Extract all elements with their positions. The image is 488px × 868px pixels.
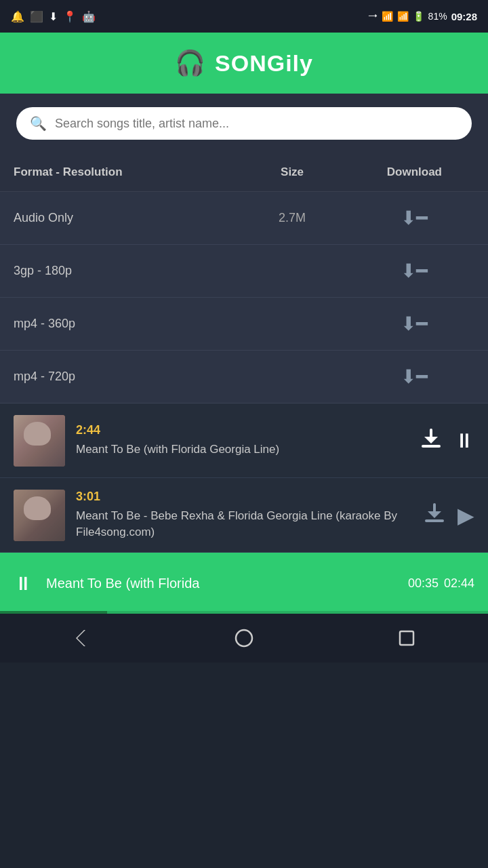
song-title-2: Meant To Be - Bebe Rexha & Florida Georg… xyxy=(76,508,411,540)
android-icon: 🤖 xyxy=(82,10,96,23)
song-duration-2: 3:01 xyxy=(76,490,411,504)
song-thumbnail-2 xyxy=(14,490,65,541)
svg-marker-6 xyxy=(76,630,85,646)
search-container: 🔍 xyxy=(0,94,488,153)
size-mp4-360p xyxy=(243,298,340,351)
svg-point-7 xyxy=(236,630,252,646)
navigation-bar xyxy=(0,614,488,663)
location-icon: 📍 xyxy=(63,10,77,23)
size-mp4-720p xyxy=(243,351,340,403)
song-thumbnail-1 xyxy=(14,415,65,467)
play-button-2[interactable]: ▶ xyxy=(458,502,474,528)
song-item-2: 3:01 Meant To Be - Bebe Rexha & Florida … xyxy=(0,478,488,553)
home-button[interactable] xyxy=(224,618,264,658)
svg-marker-2 xyxy=(424,437,438,443)
song-actions-1: ⏸ xyxy=(419,426,474,456)
song-item-1: 2:44 Meant To Be (with Florida Georgia L… xyxy=(0,403,488,478)
col-header-download: Download xyxy=(341,153,488,192)
signal-icon: 📶 xyxy=(382,11,393,22)
download-mp4-360p[interactable]: ⬇━ xyxy=(341,298,488,351)
progress-bar xyxy=(0,611,488,614)
search-icon: 🔍 xyxy=(30,115,47,132)
headphones-icon: 🎧 xyxy=(175,49,205,77)
download-audio-only[interactable]: ⬇━ xyxy=(341,192,488,245)
table-row: mp4 - 720p ⬇━ xyxy=(0,351,488,403)
battery-icon: 🔋 xyxy=(413,11,424,22)
battery-percent: 81% xyxy=(428,11,447,22)
svg-rect-3 xyxy=(425,519,444,522)
now-playing-time: 00:35 02:44 xyxy=(408,576,474,591)
table-row: 3gp - 180p ⬇━ xyxy=(0,245,488,298)
format-3gp-180p: 3gp - 180p xyxy=(0,245,243,298)
total-time: 02:44 xyxy=(444,576,474,591)
svg-rect-0 xyxy=(422,445,441,448)
download-icon[interactable]: ⬇━ xyxy=(401,260,428,282)
now-playing-pause-button[interactable]: ⏸ xyxy=(14,572,33,595)
search-input[interactable] xyxy=(55,117,458,131)
size-3gp-180p xyxy=(243,245,340,298)
download-3gp-180p[interactable]: ⬇━ xyxy=(341,245,488,298)
size-audio-only: 2.7M xyxy=(243,192,340,245)
song-info-1: 2:44 Meant To Be (with Florida Georgia L… xyxy=(76,423,408,458)
song-actions-2: ▶ xyxy=(422,500,474,530)
song-title-1: Meant To Be (with Florida Georgia Line) xyxy=(76,441,408,458)
svg-rect-8 xyxy=(400,631,413,645)
format-mp4-360p: mp4 - 360p xyxy=(0,298,243,351)
wifi-icon: 📶 xyxy=(397,11,409,22)
pause-button-1[interactable]: ⏸ xyxy=(454,429,474,452)
download-status-icon: ⬇ xyxy=(49,10,58,23)
download-icon[interactable]: ⬇━ xyxy=(401,366,428,388)
gallery-icon: ⬛ xyxy=(30,10,43,23)
current-time: 00:35 xyxy=(408,576,439,591)
now-playing-bar: ⏸ Meant To Be (with Florida 00:35 02:44 xyxy=(0,553,488,614)
format-table: Format - Resolution Size Download Audio … xyxy=(0,153,488,403)
song-info-2: 3:01 Meant To Be - Bebe Rexha & Florida … xyxy=(76,490,411,540)
status-right-icons: ⭢ 📶 📶 🔋 81% 09:28 xyxy=(368,11,477,22)
now-playing-title: Meant To Be (with Florida xyxy=(46,576,394,591)
app-header: 🎧 SONGily xyxy=(0,33,488,94)
app-title: SONGily xyxy=(215,50,313,77)
format-audio-only: Audio Only xyxy=(0,192,243,245)
col-header-size: Size xyxy=(243,153,340,192)
notification-icon: 🔔 xyxy=(11,10,24,23)
time-display: 09:28 xyxy=(451,11,477,22)
status-bar: 🔔 ⬛ ⬇ 📍 🤖 ⭢ 📶 📶 🔋 81% 09:28 xyxy=(0,0,488,33)
download-icon[interactable]: ⬇━ xyxy=(401,313,428,335)
back-button[interactable] xyxy=(61,618,102,658)
song-download-button-2[interactable] xyxy=(422,500,447,530)
search-box[interactable]: 🔍 xyxy=(16,107,472,140)
svg-marker-5 xyxy=(428,511,441,518)
table-row: Audio Only 2.7M ⬇━ xyxy=(0,192,488,245)
status-left-icons: 🔔 ⬛ ⬇ 📍 🤖 xyxy=(11,10,96,23)
recent-button[interactable] xyxy=(386,618,427,658)
format-mp4-720p: mp4 - 720p xyxy=(0,351,243,403)
table-row: mp4 - 360p ⬇━ xyxy=(0,298,488,351)
download-icon[interactable]: ⬇━ xyxy=(401,207,428,229)
table-header-row: Format - Resolution Size Download xyxy=(0,153,488,192)
col-header-format: Format - Resolution xyxy=(0,153,243,192)
download-mp4-720p[interactable]: ⬇━ xyxy=(341,351,488,403)
progress-fill xyxy=(0,611,107,614)
bluetooth-icon: ⭢ xyxy=(368,11,378,22)
song-duration-1: 2:44 xyxy=(76,423,408,437)
song-download-button-1[interactable] xyxy=(419,426,443,456)
